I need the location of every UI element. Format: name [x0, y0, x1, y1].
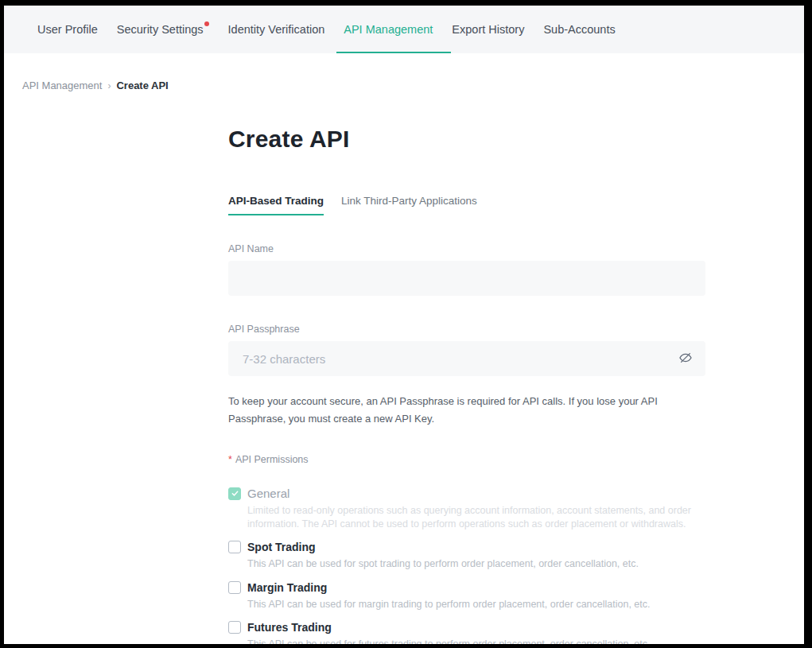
eye-off-icon [678, 350, 694, 368]
nav-tab-export-history[interactable]: Export History [445, 6, 531, 53]
permissions-list: General Limited to read-only operations … [228, 487, 705, 644]
permission-item-margin-trading: Margin Trading This API can be used for … [228, 581, 705, 611]
tab-api-based-trading[interactable]: API-Based Trading [228, 195, 324, 215]
api-permissions-label-text: API Permissions [235, 454, 309, 465]
passphrase-note: To keep your account secure, an API Pass… [228, 393, 705, 428]
page-title: Create API [228, 126, 705, 153]
permission-item-futures-trading: Futures Trading This API can be used for… [228, 621, 705, 644]
permission-description: This API can be used for spot trading to… [247, 557, 705, 571]
permission-item-general: General Limited to read-only operations … [228, 487, 705, 530]
permission-description: Limited to read-only operations such as … [247, 504, 705, 530]
permission-description: This API can be used for margin trading … [247, 598, 705, 611]
permission-name: Spot Trading [247, 541, 316, 553]
alert-dot-icon [204, 21, 209, 26]
nav-tab-identity-verification[interactable]: Identity Verification [221, 6, 332, 53]
general-checkbox [228, 487, 241, 500]
nav-tab-security-settings[interactable]: Security Settings [110, 6, 216, 53]
breadcrumb-current: Create API [116, 80, 168, 91]
toggle-passphrase-visibility-button[interactable] [677, 350, 694, 367]
nav-tab-label: Security Settings [117, 23, 204, 36]
nav-tab-user-profile[interactable]: User Profile [30, 6, 105, 53]
api-passphrase-input[interactable] [228, 341, 705, 376]
nav-tab-label: API Management [344, 23, 433, 36]
nav-tab-api-management[interactable]: API Management [336, 6, 440, 53]
top-navigation: User Profile Security Settings Identity … [4, 6, 804, 53]
required-marker: * [228, 454, 232, 465]
api-passphrase-label: API Passphrase [228, 324, 705, 335]
check-icon [231, 489, 239, 498]
futures-trading-checkbox[interactable] [228, 621, 241, 634]
nav-tab-label: Sub-Accounts [543, 23, 615, 36]
breadcrumb-separator-icon: › [107, 80, 111, 91]
api-passphrase-field-group: API Passphrase [228, 324, 705, 376]
spot-trading-checkbox[interactable] [228, 541, 241, 553]
permission-name: Margin Trading [247, 581, 327, 594]
api-name-label: API Name [228, 243, 705, 254]
permission-item-spot-trading: Spot Trading This API can be used for sp… [228, 541, 705, 571]
api-name-field-group: API Name [228, 243, 705, 296]
nav-tab-label: Export History [452, 23, 524, 36]
permission-description: This API can be used for futures trading… [247, 638, 705, 644]
tab-link-third-party-applications[interactable]: Link Third-Party Applications [341, 195, 477, 215]
api-permissions-section-label: *API Permissions [228, 454, 705, 465]
breadcrumb-parent-link[interactable]: API Management [22, 80, 102, 91]
create-api-form: Create API API-Based Trading Link Third-… [228, 126, 705, 644]
permission-name: General [247, 487, 289, 500]
nav-tab-sub-accounts[interactable]: Sub-Accounts [536, 6, 622, 53]
nav-tab-label: Identity Verification [228, 23, 325, 36]
account-settings-page: User Profile Security Settings Identity … [4, 6, 804, 644]
nav-tab-label: User Profile [37, 23, 98, 36]
permission-name: Futures Trading [247, 621, 332, 634]
breadcrumb: API Management › Create API [4, 53, 804, 91]
api-name-input[interactable] [228, 261, 705, 296]
form-tabs: API-Based Trading Link Third-Party Appli… [228, 195, 705, 215]
margin-trading-checkbox[interactable] [228, 581, 241, 594]
